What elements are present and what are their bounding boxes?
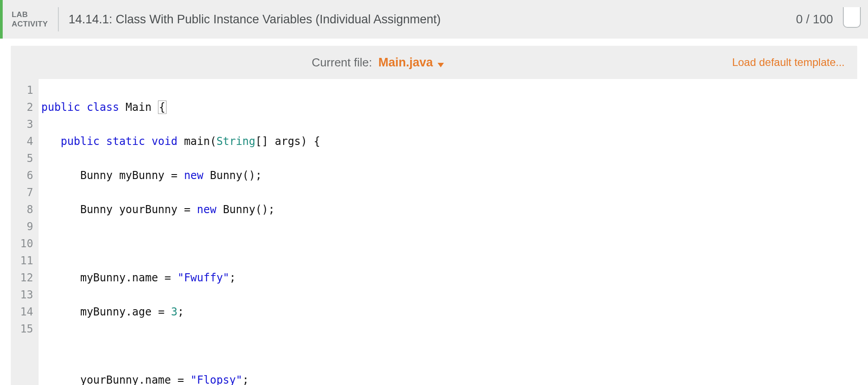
code-line [41, 235, 854, 252]
code-editor[interactable]: 1 2 3 4 5 6 7 8 9 10 11 12 13 14 15 publ… [11, 79, 857, 385]
activity-title: 14.14.1: Class With Public Instance Vari… [69, 13, 796, 26]
score-display: 0 / 100 [796, 13, 833, 26]
line-number-gutter: 1 2 3 4 5 6 7 8 9 10 11 12 13 14 15 [11, 79, 39, 385]
code-line: public class Main { [41, 99, 854, 116]
code-line [41, 337, 854, 354]
bookmark-pocket-icon[interactable] [843, 7, 861, 28]
app-root: LAB ACTIVITY 14.14.1: Class With Public … [0, 0, 868, 385]
code-line: public static void main(String[] args) { [41, 133, 854, 150]
code-line: yourBunny.name = "Flopsy"; [41, 372, 854, 385]
code-line: Bunny yourBunny = new Bunny(); [41, 201, 854, 218]
file-selector-group: Current file: Main.java [23, 56, 732, 70]
content-area: Current file: Main.java Load default tem… [0, 39, 868, 385]
code-body[interactable]: public class Main { public static void m… [39, 79, 857, 385]
code-line: myBunny.age = 3; [41, 303, 854, 320]
editor-panel: Current file: Main.java Load default tem… [11, 46, 857, 385]
load-default-template-link[interactable]: Load default template... [732, 56, 845, 69]
code-line: Bunny myBunny = new Bunny(); [41, 167, 854, 184]
file-toolbar: Current file: Main.java Load default tem… [11, 46, 857, 79]
current-file-label: Current file: [312, 56, 372, 70]
current-file-name: Main.java [378, 56, 433, 70]
lab-activity-label: LAB ACTIVITY [12, 10, 58, 29]
code-line: myBunny.name = "Fwuffy"; [41, 269, 854, 286]
caret-down-icon [438, 63, 444, 67]
activity-header: LAB ACTIVITY 14.14.1: Class With Public … [0, 0, 868, 39]
file-selector[interactable]: Main.java [378, 56, 444, 70]
header-divider [58, 7, 59, 31]
